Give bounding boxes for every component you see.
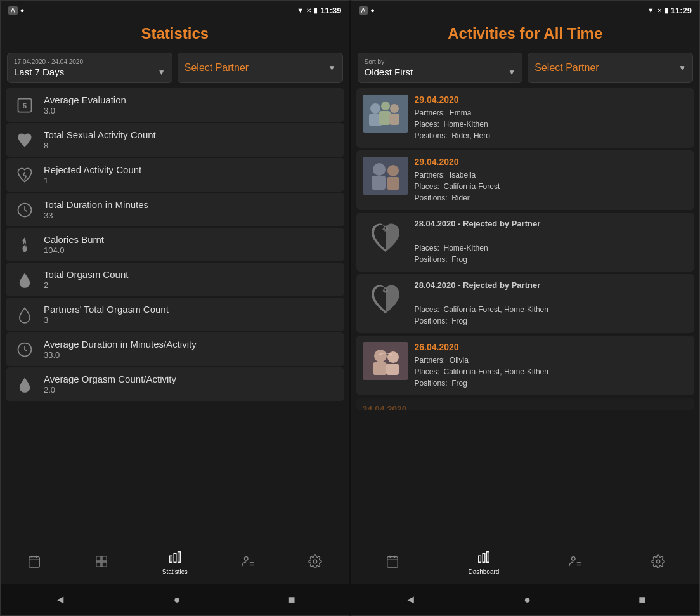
clock-outline-icon xyxy=(15,339,35,360)
home-btn-right[interactable]: ● xyxy=(511,591,543,609)
activity-thumb-1 xyxy=(363,95,408,133)
activity-item-6-partial[interactable]: 24.04.2020 xyxy=(356,398,695,410)
svg-point-50 xyxy=(572,556,576,560)
battery-icon-right: ▮ xyxy=(664,6,668,15)
svg-rect-37 xyxy=(387,177,399,190)
nav-calendar-right[interactable] xyxy=(378,552,407,574)
activity-item-2[interactable]: 29.04.2020 Partners: Isabella Places: Ca… xyxy=(356,150,695,210)
persons-icon-right xyxy=(568,554,582,572)
activity-item-4[interactable]: 28.04.2020 - Rejected by Partner Places:… xyxy=(356,274,695,333)
partner-dropdown-left[interactable]: Select Partner ▼ xyxy=(178,53,343,83)
statistics-header: Statistics xyxy=(1,18,349,48)
stat-avg-orgasm[interactable]: Average Orgasm Count/Activity 2.0 xyxy=(6,367,344,401)
stat-label-partner-orgasm: Partners' Total Orgasm Count xyxy=(44,304,169,315)
period-dropdown[interactable]: 17.04.2020 - 24.04.2020 Last 7 Days ▼ xyxy=(7,53,172,83)
stat-rejected[interactable]: Rejected Activity Count 1 xyxy=(6,158,344,192)
nav-calendar-left[interactable] xyxy=(20,552,49,574)
svg-rect-17 xyxy=(96,561,101,566)
partner-dropdown-right[interactable]: Select Partner ▼ xyxy=(528,53,693,83)
svg-rect-47 xyxy=(479,556,481,562)
time-right: 11:29 xyxy=(671,6,692,15)
activity-item-3[interactable]: 28.04.2020 - Rejected by Partner Places:… xyxy=(356,213,695,272)
sort-label: Sort by xyxy=(365,58,516,65)
calendar-icon-right xyxy=(386,554,399,572)
notification-a-right: A xyxy=(359,6,368,15)
partner-chevron-left: ▼ xyxy=(328,63,336,72)
nav-dashboard-label: Dashboard xyxy=(468,568,499,575)
stat-duration[interactable]: Total Duration in Minutes 33 xyxy=(6,193,344,226)
stat-average-evaluation[interactable]: 5 Average Evaluation 3.0 xyxy=(6,88,344,122)
svg-point-27 xyxy=(370,103,380,114)
partner-label-left: Select Partner ▼ xyxy=(185,62,336,74)
drop-small-icon xyxy=(15,374,35,395)
nav-persons-right[interactable] xyxy=(561,552,590,574)
stat-value-avg-duration: 33.0 xyxy=(44,350,197,360)
nav-grid-left[interactable] xyxy=(87,552,116,574)
nav-stats-left[interactable]: Statistics xyxy=(155,547,195,578)
stat-label-rejected: Rejected Activity Count xyxy=(44,164,141,175)
svg-rect-32 xyxy=(389,114,399,125)
back-btn-left[interactable]: ◄ xyxy=(42,591,79,609)
time-left: 11:39 xyxy=(320,6,341,15)
stat-calories[interactable]: Calories Burnt 104.0 xyxy=(6,228,344,261)
svg-rect-20 xyxy=(174,554,176,563)
activity-detail-4: Places: California-Forest, Home-Kithen P… xyxy=(415,292,689,327)
svg-rect-41 xyxy=(373,362,387,375)
recent-btn-right[interactable]: ■ xyxy=(626,591,658,609)
drop-outline-icon xyxy=(15,305,35,325)
nav-persons-left[interactable] xyxy=(233,552,262,574)
stat-label-avg-duration: Average Duration in Minutes/Activity xyxy=(44,339,197,350)
calendar-icon-left xyxy=(27,554,41,572)
activity-date-6: 24.04.2020 xyxy=(363,404,689,410)
activity-item-5[interactable]: 26.04.2020 Partners: Olivia Places: Cali… xyxy=(356,336,695,395)
nav-stats-label: Statistics xyxy=(162,568,188,575)
nav-settings-left[interactable] xyxy=(301,552,330,574)
activities-filter-bar: Sort by Oldest First ▼ Select Partner ▼ xyxy=(351,48,700,88)
grid-icon-left xyxy=(94,554,108,572)
sort-chevron: ▼ xyxy=(508,68,515,77)
barchart-icon-left xyxy=(168,550,182,567)
svg-point-25 xyxy=(314,560,318,563)
broken-heart-icon xyxy=(15,165,35,185)
wifi-icon-right: ▼ xyxy=(647,6,654,14)
activity-date-1: 29.04.2020 xyxy=(415,95,689,105)
period-chevron: ▼ xyxy=(158,68,165,77)
stat-avg-duration[interactable]: Average Duration in Minutes/Activity 33.… xyxy=(6,332,344,366)
sort-dropdown[interactable]: Sort by Oldest First ▼ xyxy=(358,53,523,83)
stat-value-duration: 33 xyxy=(44,211,148,220)
svg-point-28 xyxy=(381,102,390,110)
nav-dashboard-right[interactable]: Dashboard xyxy=(460,547,507,578)
stat-value-rejected: 1 xyxy=(44,176,141,185)
sys-nav-left: ◄ ● ■ xyxy=(1,584,349,615)
circle-icon-left: ● xyxy=(20,6,25,14)
activity-date-5: 26.04.2020 xyxy=(415,342,689,352)
activity-item-1[interactable]: 29.04.2020 Partners: Emma Places: Home-K… xyxy=(356,88,695,148)
stat-value-avg-orgasm: 2.0 xyxy=(44,385,176,395)
stat-label-calories: Calories Burnt xyxy=(44,234,104,245)
svg-rect-15 xyxy=(96,556,101,560)
svg-rect-49 xyxy=(486,552,489,563)
fire-icon xyxy=(15,235,35,255)
stat-value-orgasm: 2 xyxy=(44,280,128,290)
evaluation-icon: 5 xyxy=(15,95,35,115)
svg-point-29 xyxy=(390,104,399,113)
stat-total-activity[interactable]: Total Sexual Activity Count 8 xyxy=(6,123,344,157)
svg-rect-42 xyxy=(386,364,399,375)
activities-list: 29.04.2020 Partners: Emma Places: Home-K… xyxy=(351,88,700,542)
notification-a-left: A xyxy=(8,6,18,15)
svg-point-34 xyxy=(373,163,386,176)
nav-settings-right[interactable] xyxy=(644,552,673,574)
stat-orgasm[interactable]: Total Orgasm Count 2 xyxy=(6,263,344,296)
stat-partner-orgasm[interactable]: Partners' Total Orgasm Count 3 xyxy=(6,298,344,331)
activities-title: Activities for All Time xyxy=(351,25,700,43)
recent-btn-left[interactable]: ■ xyxy=(276,591,308,609)
back-btn-right[interactable]: ◄ xyxy=(392,591,429,609)
stat-label-orgasm: Total Orgasm Count xyxy=(44,269,128,280)
settings-icon-right xyxy=(651,554,665,572)
activity-date-2: 29.04.2020 xyxy=(415,157,689,167)
sys-nav-right: ◄ ● ■ xyxy=(351,584,700,615)
stat-label-avg-orgasm: Average Orgasm Count/Activity xyxy=(44,374,176,384)
svg-point-53 xyxy=(656,560,660,563)
svg-rect-36 xyxy=(372,176,386,190)
home-btn-left[interactable]: ● xyxy=(161,591,193,609)
